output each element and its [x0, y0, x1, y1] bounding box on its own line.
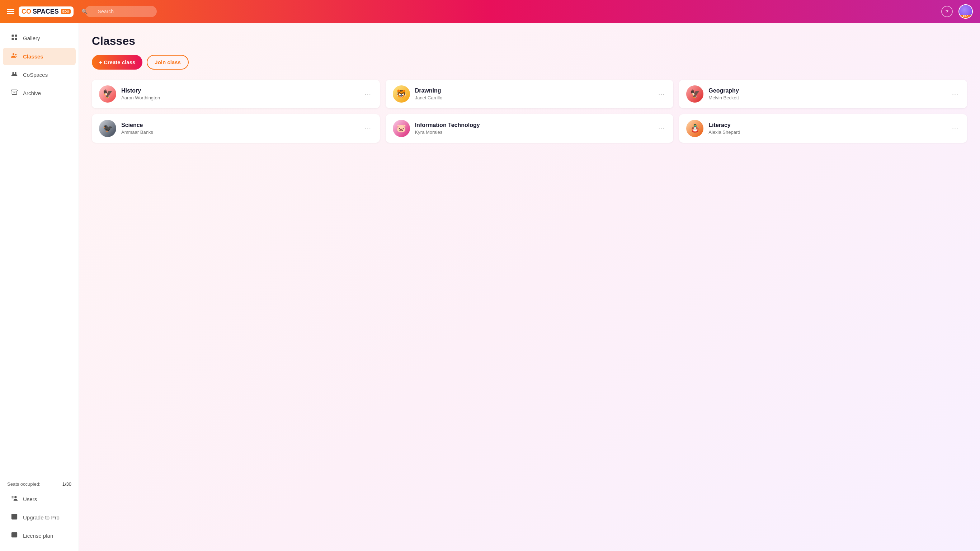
sidebar-bottom: Seats occupied: 1/30 Users Upgrade to Pr…	[0, 474, 78, 545]
class-name-drawning: Drawning	[415, 88, 652, 94]
class-avatar-science: 🐦‍⬛	[99, 120, 116, 137]
sidebar-item-cospaces[interactable]: CoSpaces	[3, 66, 76, 84]
class-avatar-it: 🐷	[393, 120, 410, 137]
classes-grid: 🦅 History Aaron Worthington ··· 🐯 Drawni…	[92, 80, 967, 143]
class-menu-it[interactable]: ···	[657, 123, 666, 134]
search-wrapper: 🔍	[78, 6, 157, 17]
class-name-history: History	[121, 88, 358, 94]
logo-spaces-text: SPACES	[33, 8, 59, 16]
class-name-science: Science	[121, 122, 358, 128]
sidebar-item-cospaces-label: CoSpaces	[23, 72, 48, 78]
search-icon: 🔍	[81, 9, 88, 14]
header: CO SPACES EDU 🔍 ? PRO	[0, 0, 980, 23]
join-class-button[interactable]: Join class	[147, 55, 189, 70]
sidebar-item-upgrade[interactable]: Upgrade to Pro	[3, 509, 76, 526]
class-menu-science[interactable]: ···	[363, 123, 373, 134]
sidebar-item-license-label: License plan	[23, 533, 53, 539]
svg-point-7	[15, 72, 16, 74]
class-teacher-it: Kyra Morales	[415, 129, 652, 135]
header-right: ? PRO	[941, 4, 973, 19]
class-info-it: Information Technology Kyra Morales	[415, 122, 652, 135]
avatar[interactable]: PRO	[958, 4, 973, 19]
sidebar-item-users-label: Users	[23, 496, 37, 502]
class-card-geography[interactable]: 🦅 Geography Melvin Beckett ···	[679, 80, 967, 108]
seats-label: Seats occupied:	[7, 481, 41, 487]
svg-point-6	[12, 72, 14, 74]
sidebar-item-classes[interactable]: Classes	[3, 48, 76, 65]
svg-point-5	[15, 54, 16, 55]
sidebar-item-upgrade-label: Upgrade to Pro	[23, 514, 60, 521]
class-teacher-geography: Melvin Beckett	[708, 95, 945, 100]
sidebar-item-gallery-label: Gallery	[23, 35, 40, 41]
sidebar-nav: Gallery Classes CoSpaces Archive	[0, 29, 78, 474]
class-teacher-science: Ammaar Banks	[121, 129, 358, 135]
license-icon	[10, 531, 19, 540]
sidebar-item-archive[interactable]: Archive	[3, 84, 76, 102]
help-button[interactable]: ?	[941, 6, 953, 17]
upgrade-icon	[10, 513, 19, 522]
gallery-icon	[10, 34, 19, 43]
class-info-drawning: Drawning Janet Carrillo	[415, 88, 652, 100]
content-area: Classes + Create class Join class 🦅 Hist…	[79, 23, 980, 551]
class-name-literacy: Literacy	[708, 122, 945, 128]
header-left: CO SPACES EDU 🔍	[7, 6, 157, 17]
sidebar-item-classes-label: Classes	[23, 53, 43, 59]
archive-icon	[10, 89, 19, 97]
class-avatar-geography: 🦅	[686, 85, 703, 103]
seats-info: Seats occupied: 1/30	[0, 479, 78, 490]
class-card-drawning[interactable]: 🐯 Drawning Janet Carrillo ···	[386, 80, 674, 108]
class-teacher-history: Aaron Worthington	[121, 95, 358, 100]
svg-point-4	[13, 53, 14, 55]
class-info-literacy: Literacy Alexia Shepard	[708, 122, 945, 135]
create-class-button[interactable]: + Create class	[92, 55, 142, 70]
class-info-science: Science Ammaar Banks	[121, 122, 358, 135]
logo-co-text: CO	[22, 8, 31, 16]
sidebar-item-gallery[interactable]: Gallery	[3, 29, 76, 47]
class-teacher-literacy: Alexia Shepard	[708, 129, 945, 135]
classes-icon	[10, 52, 19, 61]
users-icon	[10, 495, 19, 504]
svg-rect-0	[12, 35, 14, 37]
class-info-geography: Geography Melvin Beckett	[708, 88, 945, 100]
main-layout: Gallery Classes CoSpaces Archive	[0, 23, 980, 551]
svg-point-18	[15, 535, 16, 537]
class-menu-literacy[interactable]: ···	[951, 123, 960, 134]
action-buttons: + Create class Join class	[92, 55, 967, 70]
class-name-geography: Geography	[708, 88, 945, 94]
class-menu-geography[interactable]: ···	[951, 89, 960, 99]
svg-rect-3	[15, 38, 17, 40]
class-card-literacy[interactable]: 🪆 Literacy Alexia Shepard ···	[679, 114, 967, 143]
class-menu-drawning[interactable]: ···	[657, 89, 666, 99]
class-teacher-drawning: Janet Carrillo	[415, 95, 652, 100]
class-avatar-literacy: 🪆	[686, 120, 703, 137]
search-input[interactable]	[85, 6, 157, 17]
class-card-history[interactable]: 🦅 History Aaron Worthington ···	[92, 80, 380, 108]
logo-edu-badge: EDU	[61, 9, 71, 14]
svg-rect-1	[15, 35, 17, 37]
cospaces-icon	[10, 70, 19, 79]
sidebar: Gallery Classes CoSpaces Archive	[0, 23, 79, 551]
sidebar-item-users[interactable]: Users	[3, 490, 76, 508]
svg-rect-2	[12, 38, 14, 40]
avatar-pro-badge: PRO	[959, 15, 972, 18]
sidebar-item-archive-label: Archive	[23, 90, 41, 96]
class-avatar-drawning: 🐯	[393, 85, 410, 103]
hamburger-menu-icon[interactable]	[7, 9, 14, 14]
class-name-it: Information Technology	[415, 122, 652, 128]
logo[interactable]: CO SPACES EDU	[19, 6, 73, 17]
class-info-history: History Aaron Worthington	[121, 88, 358, 100]
page-title: Classes	[92, 34, 967, 48]
svg-point-13	[15, 496, 16, 498]
class-menu-history[interactable]: ···	[363, 89, 373, 99]
class-avatar-history: 🦅	[99, 85, 116, 103]
sidebar-item-license[interactable]: License plan	[3, 527, 76, 545]
class-card-science[interactable]: 🐦‍⬛ Science Ammaar Banks ···	[92, 114, 380, 143]
svg-rect-8	[11, 90, 18, 91]
seats-value: 1/30	[62, 481, 72, 487]
class-card-it[interactable]: 🐷 Information Technology Kyra Morales ··…	[386, 114, 674, 143]
